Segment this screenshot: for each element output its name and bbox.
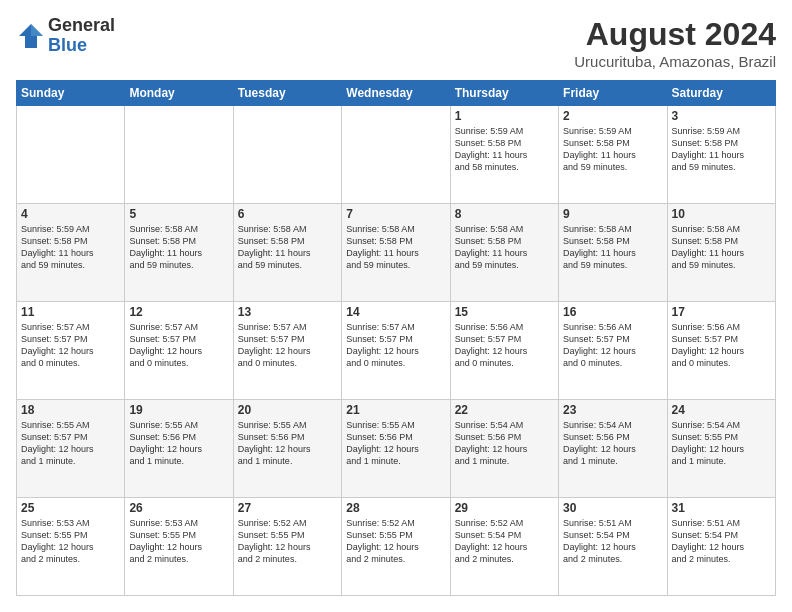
day-info: Sunrise: 5:54 AM Sunset: 5:55 PM Dayligh… xyxy=(672,419,771,468)
logo-blue-text: Blue xyxy=(48,36,115,56)
weekday-header-row: Sunday Monday Tuesday Wednesday Thursday… xyxy=(17,81,776,106)
th-tuesday: Tuesday xyxy=(233,81,341,106)
day-info: Sunrise: 5:58 AM Sunset: 5:58 PM Dayligh… xyxy=(563,223,662,272)
day-number: 11 xyxy=(21,305,120,319)
day-info: Sunrise: 5:59 AM Sunset: 5:58 PM Dayligh… xyxy=(672,125,771,174)
svg-marker-1 xyxy=(31,24,43,36)
day-number: 19 xyxy=(129,403,228,417)
calendar-cell: 8Sunrise: 5:58 AM Sunset: 5:58 PM Daylig… xyxy=(450,204,558,302)
logo-general-text: General xyxy=(48,16,115,36)
day-number: 15 xyxy=(455,305,554,319)
calendar-cell: 3Sunrise: 5:59 AM Sunset: 5:58 PM Daylig… xyxy=(667,106,775,204)
calendar-cell: 24Sunrise: 5:54 AM Sunset: 5:55 PM Dayli… xyxy=(667,400,775,498)
day-info: Sunrise: 5:57 AM Sunset: 5:57 PM Dayligh… xyxy=(129,321,228,370)
day-number: 16 xyxy=(563,305,662,319)
th-saturday: Saturday xyxy=(667,81,775,106)
calendar-cell xyxy=(342,106,450,204)
day-number: 29 xyxy=(455,501,554,515)
th-friday: Friday xyxy=(559,81,667,106)
th-sunday: Sunday xyxy=(17,81,125,106)
day-number: 28 xyxy=(346,501,445,515)
calendar-cell: 10Sunrise: 5:58 AM Sunset: 5:58 PM Dayli… xyxy=(667,204,775,302)
calendar-cell: 14Sunrise: 5:57 AM Sunset: 5:57 PM Dayli… xyxy=(342,302,450,400)
day-number: 7 xyxy=(346,207,445,221)
calendar-cell: 19Sunrise: 5:55 AM Sunset: 5:56 PM Dayli… xyxy=(125,400,233,498)
day-number: 5 xyxy=(129,207,228,221)
day-info: Sunrise: 5:55 AM Sunset: 5:56 PM Dayligh… xyxy=(346,419,445,468)
calendar-cell xyxy=(17,106,125,204)
day-info: Sunrise: 5:54 AM Sunset: 5:56 PM Dayligh… xyxy=(455,419,554,468)
day-info: Sunrise: 5:57 AM Sunset: 5:57 PM Dayligh… xyxy=(21,321,120,370)
calendar-cell: 31Sunrise: 5:51 AM Sunset: 5:54 PM Dayli… xyxy=(667,498,775,596)
day-info: Sunrise: 5:57 AM Sunset: 5:57 PM Dayligh… xyxy=(346,321,445,370)
day-number: 9 xyxy=(563,207,662,221)
calendar-cell: 29Sunrise: 5:52 AM Sunset: 5:54 PM Dayli… xyxy=(450,498,558,596)
day-number: 8 xyxy=(455,207,554,221)
title-section: August 2024 Urucurituba, Amazonas, Brazi… xyxy=(574,16,776,70)
day-info: Sunrise: 5:58 AM Sunset: 5:58 PM Dayligh… xyxy=(672,223,771,272)
day-info: Sunrise: 5:59 AM Sunset: 5:58 PM Dayligh… xyxy=(563,125,662,174)
th-thursday: Thursday xyxy=(450,81,558,106)
day-info: Sunrise: 5:59 AM Sunset: 5:58 PM Dayligh… xyxy=(21,223,120,272)
day-number: 12 xyxy=(129,305,228,319)
day-info: Sunrise: 5:52 AM Sunset: 5:55 PM Dayligh… xyxy=(346,517,445,566)
calendar-cell: 15Sunrise: 5:56 AM Sunset: 5:57 PM Dayli… xyxy=(450,302,558,400)
day-number: 4 xyxy=(21,207,120,221)
calendar-cell: 11Sunrise: 5:57 AM Sunset: 5:57 PM Dayli… xyxy=(17,302,125,400)
calendar-cell: 21Sunrise: 5:55 AM Sunset: 5:56 PM Dayli… xyxy=(342,400,450,498)
day-info: Sunrise: 5:59 AM Sunset: 5:58 PM Dayligh… xyxy=(455,125,554,174)
day-number: 25 xyxy=(21,501,120,515)
day-number: 17 xyxy=(672,305,771,319)
calendar-week-row: 4Sunrise: 5:59 AM Sunset: 5:58 PM Daylig… xyxy=(17,204,776,302)
calendar-cell xyxy=(233,106,341,204)
day-number: 23 xyxy=(563,403,662,417)
day-info: Sunrise: 5:55 AM Sunset: 5:57 PM Dayligh… xyxy=(21,419,120,468)
day-number: 2 xyxy=(563,109,662,123)
calendar-cell: 13Sunrise: 5:57 AM Sunset: 5:57 PM Dayli… xyxy=(233,302,341,400)
day-number: 27 xyxy=(238,501,337,515)
calendar-cell: 7Sunrise: 5:58 AM Sunset: 5:58 PM Daylig… xyxy=(342,204,450,302)
day-number: 3 xyxy=(672,109,771,123)
logo-icon xyxy=(16,21,46,51)
day-number: 21 xyxy=(346,403,445,417)
page: General Blue August 2024 Urucurituba, Am… xyxy=(0,0,792,612)
day-number: 6 xyxy=(238,207,337,221)
calendar-cell: 12Sunrise: 5:57 AM Sunset: 5:57 PM Dayli… xyxy=(125,302,233,400)
day-info: Sunrise: 5:56 AM Sunset: 5:57 PM Dayligh… xyxy=(672,321,771,370)
day-number: 31 xyxy=(672,501,771,515)
th-wednesday: Wednesday xyxy=(342,81,450,106)
calendar-cell: 28Sunrise: 5:52 AM Sunset: 5:55 PM Dayli… xyxy=(342,498,450,596)
th-monday: Monday xyxy=(125,81,233,106)
day-number: 14 xyxy=(346,305,445,319)
calendar-week-row: 25Sunrise: 5:53 AM Sunset: 5:55 PM Dayli… xyxy=(17,498,776,596)
day-number: 26 xyxy=(129,501,228,515)
location-subtitle: Urucurituba, Amazonas, Brazil xyxy=(574,53,776,70)
day-number: 20 xyxy=(238,403,337,417)
day-number: 18 xyxy=(21,403,120,417)
calendar-cell: 16Sunrise: 5:56 AM Sunset: 5:57 PM Dayli… xyxy=(559,302,667,400)
day-info: Sunrise: 5:58 AM Sunset: 5:58 PM Dayligh… xyxy=(346,223,445,272)
day-info: Sunrise: 5:51 AM Sunset: 5:54 PM Dayligh… xyxy=(672,517,771,566)
day-info: Sunrise: 5:52 AM Sunset: 5:54 PM Dayligh… xyxy=(455,517,554,566)
day-info: Sunrise: 5:56 AM Sunset: 5:57 PM Dayligh… xyxy=(455,321,554,370)
day-info: Sunrise: 5:56 AM Sunset: 5:57 PM Dayligh… xyxy=(563,321,662,370)
day-info: Sunrise: 5:52 AM Sunset: 5:55 PM Dayligh… xyxy=(238,517,337,566)
day-info: Sunrise: 5:58 AM Sunset: 5:58 PM Dayligh… xyxy=(129,223,228,272)
header: General Blue August 2024 Urucurituba, Am… xyxy=(16,16,776,70)
day-info: Sunrise: 5:58 AM Sunset: 5:58 PM Dayligh… xyxy=(455,223,554,272)
day-number: 1 xyxy=(455,109,554,123)
day-info: Sunrise: 5:51 AM Sunset: 5:54 PM Dayligh… xyxy=(563,517,662,566)
calendar-cell: 9Sunrise: 5:58 AM Sunset: 5:58 PM Daylig… xyxy=(559,204,667,302)
day-number: 30 xyxy=(563,501,662,515)
logo: General Blue xyxy=(16,16,115,56)
day-info: Sunrise: 5:57 AM Sunset: 5:57 PM Dayligh… xyxy=(238,321,337,370)
month-year-title: August 2024 xyxy=(574,16,776,53)
day-info: Sunrise: 5:55 AM Sunset: 5:56 PM Dayligh… xyxy=(129,419,228,468)
calendar-table: Sunday Monday Tuesday Wednesday Thursday… xyxy=(16,80,776,596)
calendar-cell: 1Sunrise: 5:59 AM Sunset: 5:58 PM Daylig… xyxy=(450,106,558,204)
calendar-cell: 22Sunrise: 5:54 AM Sunset: 5:56 PM Dayli… xyxy=(450,400,558,498)
day-info: Sunrise: 5:58 AM Sunset: 5:58 PM Dayligh… xyxy=(238,223,337,272)
calendar-cell: 30Sunrise: 5:51 AM Sunset: 5:54 PM Dayli… xyxy=(559,498,667,596)
day-info: Sunrise: 5:53 AM Sunset: 5:55 PM Dayligh… xyxy=(21,517,120,566)
calendar-cell: 26Sunrise: 5:53 AM Sunset: 5:55 PM Dayli… xyxy=(125,498,233,596)
